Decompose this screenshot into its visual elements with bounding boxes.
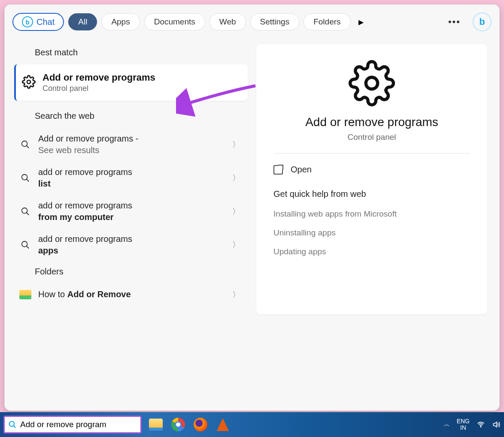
more-filters-arrow-icon[interactable]: ▶ — [358, 18, 366, 26]
chevron-right-icon: 〉 — [232, 206, 244, 217]
search-icon — [19, 173, 31, 183]
best-match-subtitle: Control panel — [43, 84, 155, 93]
chat-button[interactable]: b Chat — [12, 13, 64, 31]
language-bottom: IN — [457, 425, 470, 431]
preview-card: Add or remove programs Control panel Ope… — [256, 44, 487, 314]
svg-point-12 — [480, 426, 481, 427]
taskbar-search[interactable] — [3, 416, 142, 434]
overflow-menu-icon[interactable]: ••• — [448, 16, 461, 27]
web-result[interactable]: Add or remove programs - See web results… — [14, 128, 248, 161]
web-result-bold: from my computer — [38, 212, 114, 222]
bing-corner-button[interactable]: b — [473, 12, 492, 31]
filter-header: b Chat All Apps Documents Web Settings F… — [5, 5, 499, 36]
vlc-icon[interactable] — [215, 416, 231, 433]
best-match-label: Best match — [35, 48, 248, 57]
divider — [273, 153, 470, 154]
web-result-text: add or remove programs — [38, 234, 132, 244]
folders-label: Folders — [35, 267, 248, 277]
web-result[interactable]: add or remove programs list 〉 — [14, 161, 248, 195]
volume-icon[interactable] — [492, 420, 501, 429]
svg-point-10 — [9, 422, 15, 427]
wifi-icon[interactable] — [477, 420, 485, 429]
taskbar: ︿ ENG IN — [0, 412, 504, 437]
preview-title: Add or remove programs — [273, 115, 470, 129]
search-web-label: Search the web — [35, 111, 248, 121]
tray-expand-icon[interactable]: ︿ — [444, 421, 450, 428]
gear-icon — [22, 75, 36, 90]
preview-subtitle: Control panel — [273, 133, 470, 142]
web-result-text: Add or remove programs - — [38, 134, 138, 143]
language-indicator[interactable]: ENG IN — [457, 418, 470, 431]
best-match-card[interactable]: Add or remove programs Control panel — [14, 64, 248, 101]
help-link[interactable]: Uninstalling apps — [273, 228, 470, 238]
web-result-bold: apps — [38, 246, 58, 255]
web-result-text: add or remove programs — [38, 167, 132, 177]
search-icon — [19, 207, 31, 216]
filter-settings[interactable]: Settings — [250, 13, 300, 30]
web-result-bold: list — [38, 179, 51, 188]
open-label: Open — [291, 165, 312, 175]
filter-documents[interactable]: Documents — [144, 13, 205, 30]
chat-label: Chat — [36, 17, 55, 27]
bing-icon: b — [22, 16, 33, 27]
search-window: b Chat All Apps Documents Web Settings F… — [4, 4, 500, 411]
results-column: Best match Add or remove programs Contro… — [5, 36, 252, 410]
filter-apps[interactable]: Apps — [101, 13, 140, 30]
svg-line-2 — [27, 146, 29, 148]
svg-point-5 — [22, 208, 27, 214]
svg-line-11 — [14, 426, 16, 428]
svg-point-1 — [22, 141, 27, 147]
svg-line-4 — [27, 179, 29, 182]
gear-icon — [273, 60, 470, 107]
language-top: ENG — [457, 418, 470, 425]
quick-help-header: Get quick help from web — [273, 189, 470, 199]
search-icon — [8, 420, 17, 429]
web-result[interactable]: add or remove programs from my computer … — [14, 195, 248, 228]
chrome-icon[interactable] — [170, 416, 186, 433]
filter-folders[interactable]: Folders — [304, 13, 350, 30]
svg-line-6 — [27, 213, 29, 215]
folder-text-bold: Add or Remove — [67, 289, 131, 299]
folder-result[interactable]: How to Add or Remove 〉 — [14, 283, 248, 305]
svg-point-9 — [366, 77, 378, 89]
svg-line-8 — [27, 246, 29, 249]
filter-all[interactable]: All — [68, 13, 97, 30]
svg-point-7 — [22, 241, 27, 247]
svg-point-3 — [22, 175, 27, 180]
open-action[interactable]: Open — [273, 165, 470, 175]
taskbar-search-input[interactable] — [20, 420, 137, 429]
chevron-right-icon: 〉 — [232, 173, 244, 183]
folder-icon — [19, 290, 31, 299]
chevron-right-icon: 〉 — [232, 139, 244, 150]
body: Best match Add or remove programs Contro… — [5, 36, 499, 410]
svg-point-0 — [27, 80, 30, 84]
web-result-text: add or remove programs — [38, 201, 132, 210]
file-explorer-icon[interactable] — [148, 416, 164, 433]
help-link[interactable]: Updating apps — [273, 247, 470, 256]
folder-text-pre: How to — [38, 289, 67, 299]
chevron-right-icon: 〉 — [232, 240, 244, 250]
search-icon — [19, 240, 31, 250]
chevron-right-icon: 〉 — [232, 289, 244, 300]
web-result[interactable]: add or remove programs apps 〉 — [14, 228, 248, 262]
help-link[interactable]: Installing web apps from Microsoft — [273, 209, 470, 219]
firefox-icon[interactable] — [192, 416, 209, 433]
web-result-secondary: See web results — [38, 145, 99, 155]
search-icon — [19, 140, 31, 149]
system-tray: ︿ ENG IN — [444, 418, 501, 431]
best-match-title: Add or remove programs — [43, 72, 155, 83]
preview-column: Add or remove programs Control panel Ope… — [252, 36, 499, 410]
open-external-icon — [273, 165, 283, 175]
filter-web[interactable]: Web — [209, 13, 246, 30]
